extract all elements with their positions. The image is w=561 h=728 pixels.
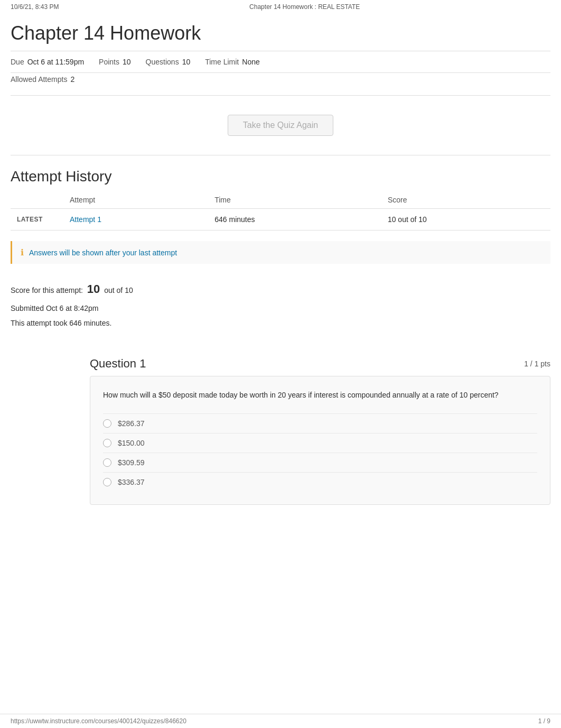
- answer-option-4: $336.37: [103, 472, 537, 492]
- due-value: Oct 6 at 11:59pm: [27, 58, 84, 66]
- points-label: Points: [99, 58, 119, 66]
- answer-option-1: $286.37: [103, 413, 537, 433]
- row-time: 646 minutes: [208, 209, 381, 231]
- radio-1[interactable]: [103, 419, 111, 428]
- answer-label-1: $286.37: [118, 419, 145, 428]
- score-line: Score for this attempt: 10 out of 10: [11, 278, 550, 301]
- allowed-attempts-label: Allowed Attempts: [11, 75, 67, 84]
- allowed-attempts-value: 2: [70, 75, 74, 84]
- meta-due: Due Oct 6 at 11:59pm: [11, 58, 84, 66]
- score-suffix: out of 10: [104, 286, 133, 294]
- question-1-header: Question 1 1 / 1 pts: [11, 352, 550, 376]
- quiz-button-area: Take the Quiz Again: [11, 96, 550, 155]
- info-icon: ℹ: [21, 247, 24, 257]
- score-details: Score for this attempt: 10 out of 10 Sub…: [11, 272, 550, 341]
- question-1-title: Question 1: [90, 357, 146, 371]
- radio-4[interactable]: [103, 478, 111, 486]
- answer-option-2: $150.00: [103, 433, 537, 453]
- take-quiz-button[interactable]: Take the Quiz Again: [228, 115, 333, 136]
- answer-label-4: $336.37: [118, 478, 145, 486]
- question-1-text: How much will a $50 deposit made today b…: [103, 389, 537, 401]
- page-content: Chapter 14 Homework Due Oct 6 at 11:59pm…: [0, 14, 561, 526]
- question-1-block: Question 1 1 / 1 pts How much will a $50…: [11, 352, 550, 505]
- row-attempt: Attempt 1: [63, 209, 208, 231]
- meta-questions: Questions 10: [146, 58, 191, 66]
- answer-label-2: $150.00: [118, 439, 145, 447]
- time-limit-label: Time Limit: [205, 58, 239, 66]
- info-text: Answers will be shown after your last at…: [29, 248, 177, 257]
- col-header-score: Score: [381, 191, 550, 209]
- attempt-link[interactable]: Attempt 1: [70, 215, 101, 224]
- radio-2[interactable]: [103, 439, 111, 447]
- question-1-card: How much will a $50 deposit made today b…: [90, 376, 550, 505]
- meta-row-2: Allowed Attempts 2: [11, 73, 550, 96]
- info-box: ℹ Answers will be shown after your last …: [11, 241, 550, 264]
- meta-allowed-attempts: Allowed Attempts 2: [11, 75, 74, 84]
- attempt-history-table: Attempt Time Score LATEST Attempt 1 646 …: [11, 191, 550, 231]
- page-title: Chapter 14 Homework: [11, 14, 550, 51]
- row-tag: LATEST: [11, 209, 63, 231]
- time-limit-value: None: [242, 58, 259, 66]
- questions-label: Questions: [146, 58, 179, 66]
- radio-3[interactable]: [103, 458, 111, 467]
- duration-line: This attempt took 646 minutes.: [11, 316, 550, 330]
- meta-points: Points 10: [99, 58, 131, 66]
- score-number: 10: [87, 282, 100, 296]
- points-value: 10: [123, 58, 131, 66]
- answer-option-3: $309.59: [103, 453, 537, 472]
- submitted-line: Submitted Oct 6 at 8:42pm: [11, 301, 550, 316]
- row-score: 10 out of 10: [381, 209, 550, 231]
- answer-label-3: $309.59: [118, 458, 145, 467]
- top-bar-center: Chapter 14 Homework : REAL ESTATE: [249, 3, 360, 11]
- col-header-tag: [11, 191, 63, 209]
- top-bar-left: 10/6/21, 8:43 PM: [11, 3, 59, 11]
- col-header-attempt: Attempt: [63, 191, 208, 209]
- col-header-time: Time: [208, 191, 381, 209]
- attempt-history-title: Attempt History: [11, 155, 550, 191]
- top-bar: 10/6/21, 8:43 PM Chapter 14 Homework : R…: [0, 0, 561, 14]
- meta-row-1: Due Oct 6 at 11:59pm Points 10 Questions…: [11, 51, 550, 73]
- table-row: LATEST Attempt 1 646 minutes 10 out of 1…: [11, 209, 550, 231]
- score-label: Score for this attempt:: [11, 286, 83, 294]
- question-1-pts: 1 / 1 pts: [524, 360, 550, 368]
- due-label: Due: [11, 58, 24, 66]
- questions-value: 10: [182, 58, 191, 66]
- meta-time-limit: Time Limit None: [205, 58, 260, 66]
